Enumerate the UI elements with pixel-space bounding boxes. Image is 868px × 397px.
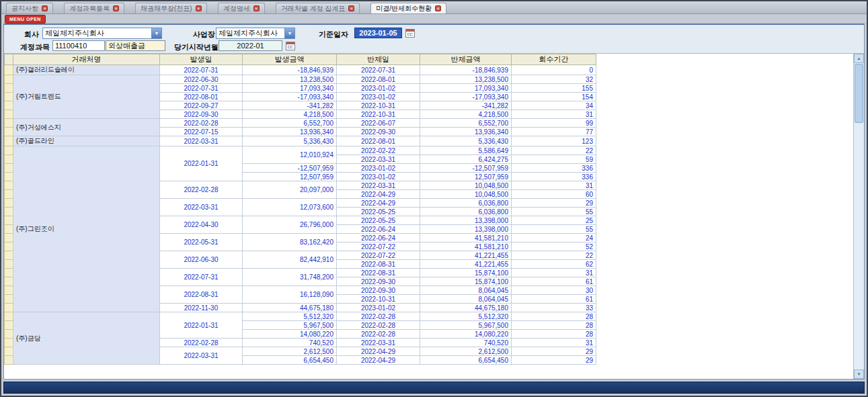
settle-date-cell[interactable]: 2022-10-31 — [337, 101, 420, 110]
period-cell[interactable]: 29 — [512, 356, 596, 365]
chevron-down-icon[interactable]: ▼ — [284, 28, 294, 38]
row-selector-cell[interactable] — [5, 304, 13, 312]
row-selector-cell[interactable] — [5, 277, 13, 286]
occur-amount-cell[interactable]: -341,282 — [243, 101, 337, 110]
row-selector-cell[interactable] — [5, 181, 13, 190]
settle-date-cell[interactable]: 2022-07-31 — [337, 65, 420, 75]
period-cell[interactable]: 59 — [512, 155, 596, 164]
tab-close-icon[interactable]: × — [42, 5, 48, 11]
row-selector-cell[interactable] — [5, 347, 13, 356]
menu-open-button[interactable]: MENU OPEN — [5, 15, 46, 24]
occur-amount-cell[interactable]: 6,654,450 — [243, 356, 337, 365]
period-cell[interactable]: 61 — [512, 277, 596, 286]
period-cell[interactable]: 336 — [512, 173, 596, 181]
column-header-settle-amount[interactable]: 반제금액 — [420, 54, 512, 65]
period-cell[interactable]: 22 — [512, 146, 596, 155]
occur-amount-cell[interactable]: 13,936,340 — [243, 128, 337, 136]
settle-date-cell[interactable]: 2022-03-31 — [337, 339, 420, 347]
settle-amount-cell[interactable]: 740,520 — [420, 339, 512, 347]
column-header-settle-date[interactable]: 반제일 — [337, 54, 420, 65]
settle-amount-cell[interactable]: -12,507,959 — [420, 164, 512, 173]
row-selector-cell[interactable] — [5, 225, 13, 234]
settle-amount-cell[interactable]: 13,398,000 — [420, 216, 512, 225]
period-cell[interactable]: 29 — [512, 347, 596, 356]
column-header-customer[interactable]: 거래처명 — [13, 54, 160, 65]
tab-notices[interactable]: 공지사항× — [6, 3, 53, 13]
customer-name-cell[interactable]: (주)갤러리드슬레이 — [13, 65, 160, 75]
occur-date-cell[interactable]: 2022-03-31 — [160, 199, 243, 216]
occur-amount-cell[interactable]: 5,336,430 — [243, 136, 337, 146]
occur-date-cell[interactable]: 2022-07-31 — [160, 65, 243, 75]
period-cell[interactable]: 33 — [512, 304, 596, 312]
settle-date-cell[interactable]: 2022-09-30 — [337, 286, 420, 295]
row-selector-cell[interactable] — [5, 128, 13, 136]
settle-amount-cell[interactable]: 8,064,045 — [420, 286, 512, 295]
period-cell[interactable]: 30 — [512, 286, 596, 295]
period-cell[interactable]: 31 — [512, 181, 596, 190]
account-code-input[interactable]: 11100410 — [52, 40, 105, 51]
scroll-down-icon[interactable]: ▼ — [854, 369, 864, 379]
scroll-up-icon[interactable]: ▲ — [854, 54, 864, 63]
period-cell[interactable]: 28 — [512, 330, 596, 339]
row-selector-cell[interactable] — [5, 65, 13, 75]
customer-name-cell[interactable]: (주)거림트렌드 — [13, 75, 160, 119]
column-header-period[interactable]: 회수기간 — [512, 54, 596, 65]
occur-date-cell[interactable]: 2022-11-30 — [160, 304, 243, 312]
period-cell[interactable]: 25 — [512, 216, 596, 225]
settle-date-cell[interactable]: 2022-02-28 — [337, 312, 420, 321]
occur-date-cell[interactable]: 2022-09-27 — [160, 101, 243, 110]
customer-name-cell[interactable]: (주)그린조이 — [13, 146, 160, 312]
settle-date-cell[interactable]: 2022-02-22 — [337, 146, 420, 155]
row-selector-cell[interactable] — [5, 242, 13, 251]
settle-amount-cell[interactable]: 44,675,180 — [420, 304, 512, 312]
period-cell[interactable]: 31 — [512, 339, 596, 347]
settle-date-cell[interactable]: 2022-08-01 — [337, 136, 420, 146]
customer-name-cell[interactable]: (주)골드라인 — [13, 136, 160, 146]
settle-amount-cell[interactable]: -341,282 — [420, 101, 512, 110]
settle-amount-cell[interactable]: -18,846,939 — [420, 65, 512, 75]
occur-amount-cell[interactable]: 4,218,500 — [243, 110, 337, 119]
settle-date-cell[interactable]: 2022-06-07 — [337, 119, 420, 128]
settle-amount-cell[interactable]: 14,080,220 — [420, 330, 512, 339]
base-date-input[interactable]: 2023-01-05 — [354, 28, 402, 38]
period-cell[interactable]: 55 — [512, 225, 596, 234]
tab-account-register[interactable]: 계정과목등록× — [64, 3, 124, 13]
settle-amount-cell[interactable]: 8,064,045 — [420, 295, 512, 304]
settle-date-cell[interactable]: 2022-06-24 — [337, 234, 420, 242]
occur-amount-cell[interactable]: 5,512,320 — [243, 312, 337, 321]
occur-amount-cell[interactable]: 14,080,220 — [243, 330, 337, 339]
tab-close-icon[interactable]: × — [253, 5, 260, 11]
settle-date-cell[interactable]: 2022-07-22 — [337, 251, 420, 260]
occur-date-cell[interactable]: 2022-01-31 — [160, 312, 243, 339]
period-cell[interactable]: 24 — [512, 234, 596, 242]
settle-amount-cell[interactable]: 10,048,500 — [420, 190, 512, 199]
tab-close-icon[interactable]: × — [348, 5, 354, 11]
occur-date-cell[interactable]: 2022-02-28 — [160, 181, 243, 199]
settle-date-cell[interactable]: 2022-02-28 — [337, 330, 420, 339]
period-cell[interactable]: 34 — [512, 101, 596, 110]
period-cell[interactable]: 31 — [512, 110, 596, 119]
row-selector-cell[interactable] — [5, 251, 13, 260]
period-cell[interactable]: 123 — [512, 136, 596, 146]
settle-amount-cell[interactable]: 6,036,800 — [420, 199, 512, 208]
customer-name-cell[interactable]: (주)금담 — [13, 312, 160, 365]
occur-amount-cell[interactable]: 12,073,600 — [243, 199, 337, 216]
period-cell[interactable]: 60 — [512, 190, 596, 199]
tab-customer-account-summary[interactable]: 거래처별 계정 집계표× — [276, 3, 360, 13]
settle-amount-cell[interactable]: 17,093,340 — [420, 84, 512, 93]
account-name-input[interactable]: 외상매출금 — [106, 40, 165, 51]
row-selector-cell[interactable] — [5, 356, 13, 365]
occur-amount-cell[interactable]: 2,612,500 — [243, 347, 337, 356]
settle-date-cell[interactable]: 2022-04-29 — [337, 199, 420, 208]
occur-amount-cell[interactable]: 6,552,700 — [243, 119, 337, 128]
chevron-down-icon[interactable]: ▼ — [151, 28, 161, 38]
settle-amount-cell[interactable]: 5,512,320 — [420, 312, 512, 321]
occur-date-cell[interactable]: 2022-09-30 — [160, 110, 243, 119]
settle-amount-cell[interactable]: 15,874,100 — [420, 277, 512, 286]
period-cell[interactable]: 29 — [512, 199, 596, 208]
settle-date-cell[interactable]: 2022-09-30 — [337, 277, 420, 286]
settle-amount-cell[interactable]: 41,581,210 — [420, 242, 512, 251]
occur-date-cell[interactable]: 2022-08-31 — [160, 286, 243, 304]
settle-date-cell[interactable]: 2022-07-22 — [337, 242, 420, 251]
period-cell[interactable]: 62 — [512, 260, 596, 269]
